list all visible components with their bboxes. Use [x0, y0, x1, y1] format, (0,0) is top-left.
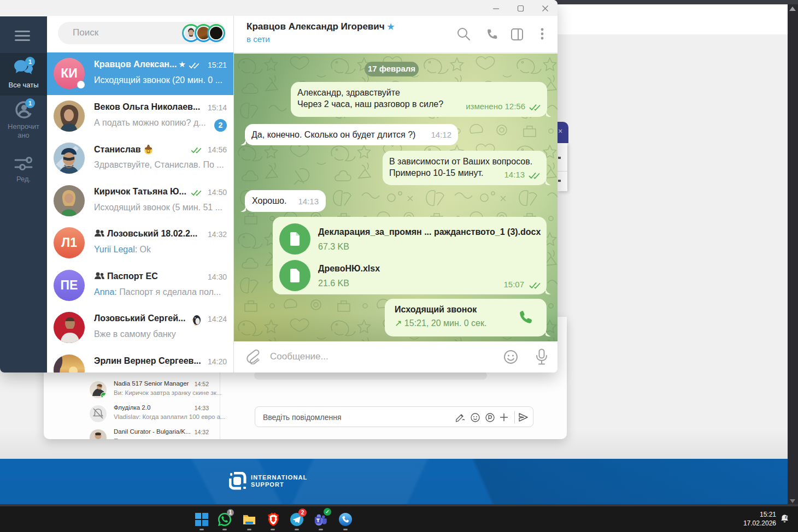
svg-text:z: z: [787, 515, 788, 518]
